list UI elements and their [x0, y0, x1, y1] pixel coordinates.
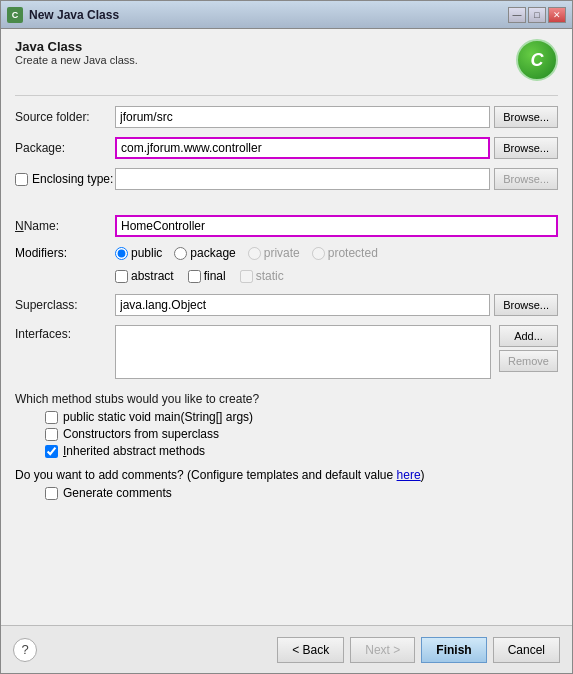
name-row: NName:: [15, 215, 558, 237]
stub-constructors-label: Constructors from superclass: [63, 427, 219, 441]
interfaces-label: Interfaces:: [15, 325, 115, 341]
name-input[interactable]: [115, 215, 558, 237]
modifiers-row: Modifiers: public package private protec…: [15, 246, 558, 260]
package-browse-button[interactable]: Browse...: [494, 137, 558, 159]
modifier-protected[interactable]: protected: [312, 246, 378, 260]
modifier-abstract[interactable]: abstract: [115, 269, 174, 283]
generate-comments-checkbox[interactable]: [45, 487, 58, 500]
package-row: Package: Browse...: [15, 137, 558, 159]
interfaces-add-button[interactable]: Add...: [499, 325, 558, 347]
next-button[interactable]: Next >: [350, 637, 415, 663]
superclass-row: Superclass: Browse...: [15, 294, 558, 316]
modifier-final[interactable]: final: [188, 269, 226, 283]
dialog-footer: ? < Back Next > Finish Cancel: [1, 625, 572, 673]
stub-inherited-label: Inherited abstract methods: [63, 444, 205, 458]
stubs-options: public static void main(String[] args) C…: [45, 410, 558, 458]
divider-top: [15, 95, 558, 96]
enclosing-type-check-area: Enclosing type:: [15, 172, 115, 186]
modifier-package[interactable]: package: [174, 246, 235, 260]
java-logo-icon: C: [516, 39, 558, 81]
modifier-static[interactable]: static: [240, 269, 284, 283]
modifier-private[interactable]: private: [248, 246, 300, 260]
section-subtitle: Create a new Java class.: [15, 54, 138, 66]
enclosing-type-input[interactable]: [115, 168, 490, 190]
titlebar-title: New Java Class: [29, 8, 508, 22]
modifier-public[interactable]: public: [115, 246, 162, 260]
back-button[interactable]: < Back: [277, 637, 344, 663]
superclass-browse-button[interactable]: Browse...: [494, 294, 558, 316]
source-folder-input[interactable]: [115, 106, 490, 128]
finish-button[interactable]: Finish: [421, 637, 486, 663]
comments-here-link[interactable]: here: [397, 468, 421, 482]
source-folder-browse-button[interactable]: Browse...: [494, 106, 558, 128]
stub-constructors[interactable]: Constructors from superclass: [45, 427, 558, 441]
interfaces-buttons: Add... Remove: [495, 325, 558, 372]
modifiers-radio-group: public package private protected: [115, 246, 378, 260]
stub-main-label: public static void main(String[] args): [63, 410, 253, 424]
superclass-label: Superclass:: [15, 298, 115, 312]
generate-comments-check[interactable]: Generate comments: [45, 486, 558, 500]
cancel-button[interactable]: Cancel: [493, 637, 560, 663]
enclosing-type-row: Enclosing type: Browse...: [15, 168, 558, 190]
spacer: [15, 199, 558, 203]
package-label: Package:: [15, 141, 115, 155]
enclosing-type-label: Enclosing type:: [15, 172, 115, 186]
dialog-window: C New Java Class — □ ✕ Java Class Create…: [0, 0, 573, 674]
modifier-checks-row: abstract final static: [115, 269, 558, 283]
modifiers-label: Modifiers:: [15, 246, 115, 260]
stub-inherited[interactable]: Inherited abstract methods: [45, 444, 558, 458]
section-title: Java Class: [15, 39, 138, 54]
help-button[interactable]: ?: [13, 638, 37, 662]
enclosing-type-checkbox[interactable]: [15, 173, 28, 186]
titlebar-buttons: — □ ✕: [508, 7, 566, 23]
superclass-input[interactable]: [115, 294, 490, 316]
section-titles: Java Class Create a new Java class.: [15, 39, 138, 66]
name-label: NName:: [15, 219, 115, 233]
interfaces-remove-button[interactable]: Remove: [499, 350, 558, 372]
dialog-content: Java Class Create a new Java class. C So…: [1, 29, 572, 625]
stubs-section: Which method stubs would you like to cre…: [15, 392, 558, 458]
source-folder-label: Source folder:: [15, 110, 115, 124]
footer-buttons: < Back Next > Finish Cancel: [277, 637, 560, 663]
comments-line: Do you want to add comments? (Configure …: [15, 468, 558, 482]
maximize-button[interactable]: □: [528, 7, 546, 23]
interfaces-row: Interfaces: Add... Remove: [15, 325, 558, 379]
close-button[interactable]: ✕: [548, 7, 566, 23]
stub-main-method[interactable]: public static void main(String[] args): [45, 410, 558, 424]
enclosing-type-browse-button[interactable]: Browse...: [494, 168, 558, 190]
stubs-title: Which method stubs would you like to cre…: [15, 392, 558, 406]
titlebar-icon: C: [7, 7, 23, 23]
minimize-button[interactable]: —: [508, 7, 526, 23]
source-folder-row: Source folder: Browse...: [15, 106, 558, 128]
generate-comments-label: Generate comments: [63, 486, 172, 500]
titlebar: C New Java Class — □ ✕: [1, 1, 572, 29]
section-header: Java Class Create a new Java class. C: [15, 39, 558, 81]
comments-section: Do you want to add comments? (Configure …: [15, 468, 558, 500]
package-input[interactable]: [115, 137, 490, 159]
interfaces-textarea[interactable]: [115, 325, 491, 379]
